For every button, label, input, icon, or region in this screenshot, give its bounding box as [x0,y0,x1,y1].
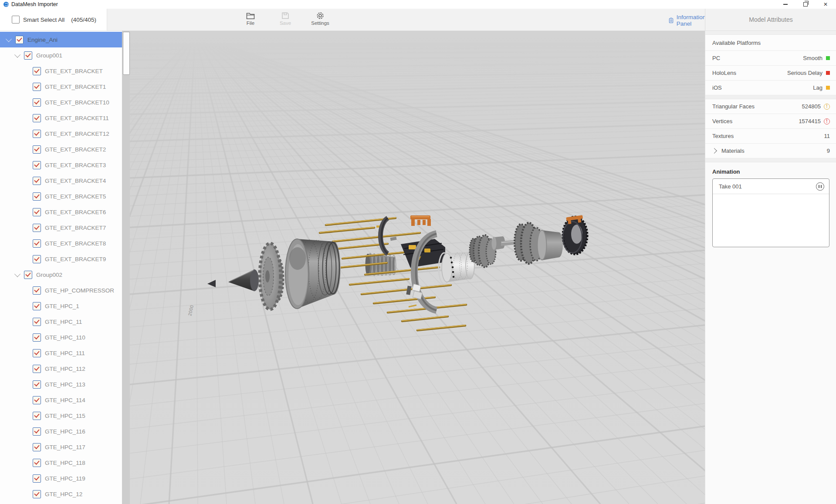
tree-item-GTE_HPC_115[interactable]: GTE_HPC_115 [0,408,122,423]
toolbar: File Save Settings [107,9,705,31]
checkbox-checked[interactable] [33,208,41,216]
settings-button-label: Settings [305,20,335,26]
tree-item-Group002[interactable]: Group002 [0,267,122,282]
tree-item-label: GTE_EXT_BRACKET1 [45,84,106,90]
tree-item-GTE_HPC_11[interactable]: GTE_HPC_11 [0,314,122,329]
checkbox-checked[interactable] [33,427,41,436]
minimize-button[interactable] [775,0,795,9]
checkbox-checked[interactable] [33,490,41,498]
checkbox-checked[interactable] [33,459,41,467]
restore-button[interactable] [795,0,816,9]
smart-select-all[interactable]: Smart Select All (405/405) [0,9,107,31]
tree-item-label: GTE_HPC_115 [45,413,85,419]
information-panel-button[interactable]: Information Panel [669,14,708,27]
tree-item-label: GTE_EXT_BRACKET11 [45,115,109,121]
checkbox-checked[interactable] [33,98,41,107]
checkbox-checked[interactable] [33,239,41,248]
save-button[interactable]: Save [270,10,301,30]
checkbox-checked[interactable] [33,177,41,185]
checkbox-checked[interactable] [15,36,24,44]
platform-name: iOS [712,84,722,91]
pause-icon[interactable] [816,182,824,191]
chevron-down-icon[interactable] [14,271,20,277]
engine-model[interactable] [130,31,705,504]
tree-item-GTE_EXT_BRACKET10[interactable]: GTE_EXT_BRACKET10 [0,94,122,110]
header-row: Smart Select All (405/405) File Save [0,9,836,31]
tree-item-label: GTE_HP_COMPRESSOR [45,287,114,294]
tree-item-Group001[interactable]: Group001 [0,47,122,63]
tree-item-GTE_HPC_112[interactable]: GTE_HPC_112 [0,361,122,376]
checkbox-checked[interactable] [33,380,41,389]
checkbox-checked[interactable] [33,365,41,373]
checkbox-checked[interactable] [33,302,41,310]
tree-item-GTE_HPC_119[interactable]: GTE_HPC_119 [0,470,122,486]
checkbox-checked[interactable] [33,318,41,326]
checkbox-checked[interactable] [33,114,41,122]
tree-item-GTE_EXT_BRACKET2[interactable]: GTE_EXT_BRACKET2 [0,141,122,157]
tree-item-GTE_EXT_BRACKET9[interactable]: GTE_EXT_BRACKET9 [0,251,122,267]
chevron-right-icon[interactable] [711,148,717,154]
stat-row-materials[interactable]: Materials9 [705,144,836,158]
tree-item-GTE_EXT_BRACKET11[interactable]: GTE_EXT_BRACKET11 [0,110,122,126]
platform-row-iOS: iOSLag [705,81,836,95]
tree-item-GTE_EXT_BRACKET7[interactable]: GTE_EXT_BRACKET7 [0,220,122,235]
section-spacer [705,31,836,35]
checkbox-checked[interactable] [33,224,41,232]
tree-item-GTE_HPC_113[interactable]: GTE_HPC_113 [0,376,122,392]
settings-button[interactable]: Settings [305,10,335,30]
tree-item-GTE_HPC_114[interactable]: GTE_HPC_114 [0,392,122,408]
chevron-down-icon[interactable] [14,52,20,58]
checkbox-checked[interactable] [33,396,41,404]
checkbox-checked[interactable] [33,333,41,342]
checkbox-checked[interactable] [33,443,41,451]
select-all-checkbox[interactable] [12,16,20,24]
save-icon [281,11,290,20]
tree-item-GTE_EXT_BRACKET8[interactable]: GTE_EXT_BRACKET8 [0,235,122,251]
scrollbar-thumb[interactable] [123,32,130,75]
tree-item-GTE_EXT_BRACKET[interactable]: GTE_EXT_BRACKET [0,63,122,79]
checkbox-checked[interactable] [33,130,41,138]
file-button[interactable]: File [235,10,266,30]
checkbox-checked[interactable] [33,192,41,201]
checkbox-checked[interactable] [33,161,41,169]
tree-item-GTE_HPC_117[interactable]: GTE_HPC_117 [0,439,122,455]
animation-clip-row[interactable]: Take 001 [713,179,829,194]
checkbox-checked[interactable] [33,286,41,295]
chevron-down-icon[interactable] [6,36,12,42]
checkbox-checked[interactable] [33,67,41,75]
sidebar-scrollbar[interactable] [122,31,130,504]
tree-item-GTE_EXT_BRACKET6[interactable]: GTE_EXT_BRACKET6 [0,204,122,220]
stat-label: Materials [721,148,745,154]
viewport-3d[interactable]: 2000 [130,31,705,504]
checkbox-checked[interactable] [33,145,41,154]
tree-item-label: Engine_Ani [27,37,58,43]
checkbox-checked[interactable] [33,474,41,483]
titlebar: DataMesh Importer ✕ [0,0,836,9]
file-button-label: File [235,20,266,26]
checkbox-checked[interactable] [33,83,41,91]
tree-item-GTE_HP_COMPRESSOR[interactable]: GTE_HP_COMPRESSOR [0,282,122,298]
tree-item-label: GTE_EXT_BRACKET5 [45,193,106,200]
tree-item-GTE_EXT_BRACKET4[interactable]: GTE_EXT_BRACKET4 [0,173,122,188]
tree-item-GTE_EXT_BRACKET1[interactable]: GTE_EXT_BRACKET1 [0,79,122,94]
checkbox-checked[interactable] [24,271,32,279]
tree-item-GTE_HPC_110[interactable]: GTE_HPC_110 [0,329,122,345]
checkbox-checked[interactable] [33,412,41,420]
close-button[interactable]: ✕ [816,0,836,9]
checkbox-checked[interactable] [33,255,41,263]
checkbox-checked[interactable] [33,349,41,357]
checkbox-checked[interactable] [24,51,32,60]
tree-item-GTE_EXT_BRACKET12[interactable]: GTE_EXT_BRACKET12 [0,126,122,141]
tree-item-GTE_EXT_BRACKET5[interactable]: GTE_EXT_BRACKET5 [0,188,122,204]
tree-item-GTE_HPC_116[interactable]: GTE_HPC_116 [0,423,122,439]
stat-value: 1574415 [799,118,821,124]
status-color-icon [826,56,830,60]
tree-item-Engine_Ani[interactable]: Engine_Ani [0,32,122,47]
close-icon: ✕ [823,1,828,7]
tree-item-GTE_HPC_1[interactable]: GTE_HPC_1 [0,298,122,314]
tree-item-GTE_EXT_BRACKET3[interactable]: GTE_EXT_BRACKET3 [0,157,122,173]
tree-item-GTE_HPC_111[interactable]: GTE_HPC_111 [0,345,122,361]
tree-item-GTE_HPC_118[interactable]: GTE_HPC_118 [0,455,122,470]
tree-item-label: Group002 [36,272,62,278]
tree-item-GTE_HPC_12[interactable]: GTE_HPC_12 [0,486,122,502]
